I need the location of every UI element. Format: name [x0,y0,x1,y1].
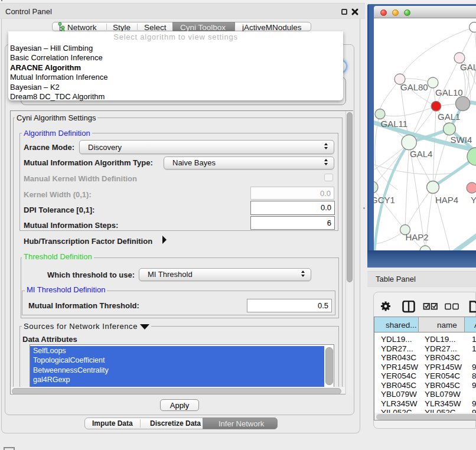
svg-text:GAL11: GAL11 [381,119,408,129]
svg-text:HAP2: HAP2 [406,232,429,242]
svg-text:SWI4: SWI4 [451,135,472,145]
svg-text:GAL1: GAL1 [438,112,460,122]
svg-text:Y: Y [471,195,476,205]
svg-text:GCY1: GCY1 [374,195,395,205]
svg-text:GAL80: GAL80 [400,82,428,92]
svg-text:GAL4: GAL4 [410,149,432,159]
svg-text:HAP4: HAP4 [435,195,458,205]
svg-text:GAL10: GAL10 [435,87,463,97]
svg-text:GAL: GAL [460,62,476,72]
